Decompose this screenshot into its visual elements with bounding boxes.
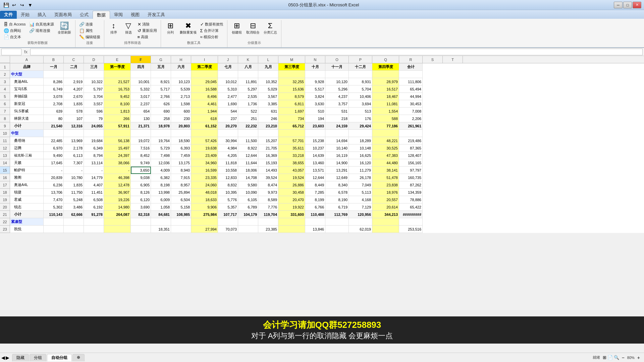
cell-i1[interactable]: 第二季度: [191, 63, 218, 71]
cell-e19[interactable]: 19,226: [104, 196, 131, 203]
cell-n23[interactable]: 13,846: [305, 226, 325, 233]
ungroup-button[interactable]: ⊟ 取消组合: [245, 21, 261, 36]
cell-k3[interactable]: 11,891: [238, 78, 258, 85]
cell-h12[interactable]: 6,393: [171, 144, 191, 152]
cell-r16[interactable]: 160,735: [399, 174, 423, 181]
cell-f1[interactable]: 四月: [131, 63, 151, 71]
cell-r6[interactable]: 30,453: [399, 100, 423, 108]
cell-j9[interactable]: 20,270: [218, 122, 238, 130]
cell-j12[interactable]: 4,984: [218, 144, 238, 152]
cell-q20[interactable]: 20,614: [372, 203, 399, 211]
cell-k7[interactable]: 522: [238, 108, 258, 115]
col-header-b[interactable]: B: [44, 56, 64, 63]
cell-a18[interactable]: 锐捷: [10, 189, 44, 196]
cell-e11[interactable]: 56,138: [104, 137, 131, 144]
cell-q23[interactable]: [372, 226, 399, 233]
tab-insert[interactable]: 插入: [34, 11, 50, 19]
cell-c5[interactable]: 2,670: [64, 93, 84, 100]
cell-h11[interactable]: 18,590: [171, 137, 191, 144]
cell-b2[interactable]: [44, 71, 64, 78]
cell-h10[interactable]: [171, 130, 191, 137]
row-header-21[interactable]: 21: [0, 211, 10, 218]
cell-j16[interactable]: 12,833: [218, 174, 238, 181]
cell-r22[interactable]: [399, 218, 423, 226]
cell-i18[interactable]: 48,018: [191, 189, 218, 196]
cell-a22[interactable]: 紧凑型: [10, 218, 44, 226]
cell-e4[interactable]: 16,753: [104, 85, 131, 93]
tab-formulas[interactable]: 公式: [76, 11, 93, 19]
cell-g20[interactable]: 1,058: [151, 203, 171, 211]
cell-f11[interactable]: 19,072: [131, 137, 151, 144]
cell-l19[interactable]: 8,589: [258, 196, 278, 203]
cell-q16[interactable]: 51,478: [372, 174, 399, 181]
col-header-m[interactable]: M: [278, 56, 305, 63]
cell-e8[interactable]: 266: [104, 115, 131, 122]
cell-j3[interactable]: 10,012: [218, 78, 238, 85]
cell-reference-box[interactable]: F15: [1, 49, 21, 55]
cell-r18[interactable]: 134,359: [399, 189, 423, 196]
cell-c16[interactable]: 10,780: [64, 174, 84, 181]
cell-q17[interactable]: 23,838: [372, 181, 399, 189]
cell-c20[interactable]: 3,486: [64, 203, 84, 211]
cell-d1[interactable]: 三月: [84, 63, 104, 71]
cell-p20[interactable]: 7,129: [349, 203, 372, 211]
cell-f6[interactable]: 2,237: [131, 100, 151, 108]
cell-l2[interactable]: [258, 71, 278, 78]
cell-e12[interactable]: 15,497: [104, 144, 131, 152]
maximize-button[interactable]: □: [623, 2, 632, 8]
tab-view[interactable]: 视图: [127, 11, 144, 19]
cell-o8[interactable]: 218: [325, 115, 349, 122]
sheet-tab-auto-group[interactable]: 自动分组: [47, 354, 72, 361]
cell-i16[interactable]: 23,335: [191, 174, 218, 181]
cell-d3[interactable]: 10,322: [84, 78, 104, 85]
cell-l8[interactable]: 246: [258, 115, 278, 122]
cell-i15[interactable]: 16,599: [191, 167, 218, 174]
cell-p4[interactable]: 5,704: [349, 85, 372, 93]
cell-k19[interactable]: 6,105: [238, 196, 258, 203]
col-header-l[interactable]: L: [258, 56, 278, 63]
save-button[interactable]: 💾: [3, 2, 9, 8]
cell-j18[interactable]: 10,395: [218, 189, 238, 196]
cell-q8[interactable]: 588: [372, 115, 399, 122]
refresh-all-button[interactable]: 🔄 全部刷新: [56, 21, 72, 36]
cell-n1[interactable]: 十月: [305, 63, 325, 71]
cell-c14[interactable]: 7,307: [64, 159, 84, 167]
cell-g5[interactable]: 2,766: [151, 93, 171, 100]
cell-o3[interactable]: 10,120: [325, 78, 349, 85]
cell-r3[interactable]: 111,806: [399, 78, 423, 85]
cell-j7[interactable]: 544: [218, 108, 238, 115]
cell-j1[interactable]: 七月: [218, 63, 238, 71]
cell-n3[interactable]: 9,928: [305, 78, 325, 85]
cell-a8[interactable]: 林荫大道: [10, 115, 44, 122]
cell-i11[interactable]: 57,426: [191, 137, 218, 144]
cell-b15[interactable]: -: [44, 167, 64, 174]
cell-g14[interactable]: 12,036: [151, 159, 171, 167]
col-header-q[interactable]: Q: [372, 56, 399, 63]
cell-i19[interactable]: 18,633: [191, 196, 218, 203]
cell-c23[interactable]: [64, 226, 84, 233]
cell-i7[interactable]: 1,944: [191, 108, 218, 115]
cell-d7[interactable]: 596: [84, 108, 104, 115]
cell-p22[interactable]: [349, 218, 372, 226]
cell-g1[interactable]: 五月: [151, 63, 171, 71]
cell-f3[interactable]: 10,001: [131, 78, 151, 85]
cell-f12[interactable]: 7,516: [131, 144, 151, 152]
cell-a10[interactable]: 中型: [10, 130, 44, 137]
cell-c8[interactable]: 107: [64, 115, 84, 122]
cell-c19[interactable]: 5,248: [64, 196, 84, 203]
cell-e1[interactable]: 第一季度: [104, 63, 131, 71]
cell-f13[interactable]: 8,452: [131, 152, 151, 159]
cell-l4[interactable]: 5,029: [258, 85, 278, 93]
cell-a11[interactable]: 桑塔纳: [10, 137, 44, 144]
cell-j6[interactable]: 1,690: [218, 100, 238, 108]
cell-a1[interactable]: 品牌: [10, 63, 44, 71]
cell-p7[interactable]: 513: [349, 108, 372, 115]
cell-f21[interactable]: 82,318: [131, 211, 151, 218]
cell-b6[interactable]: 2,708: [44, 100, 64, 108]
cell-o14[interactable]: 14,900: [325, 159, 349, 167]
cell-k6[interactable]: 1,736: [238, 100, 258, 108]
col-header-h[interactable]: H: [171, 56, 191, 63]
reapply-button[interactable]: ↺重新应用: [137, 28, 158, 34]
cell-k1[interactable]: 八月: [238, 63, 258, 71]
cell-h13[interactable]: 7,459: [171, 152, 191, 159]
